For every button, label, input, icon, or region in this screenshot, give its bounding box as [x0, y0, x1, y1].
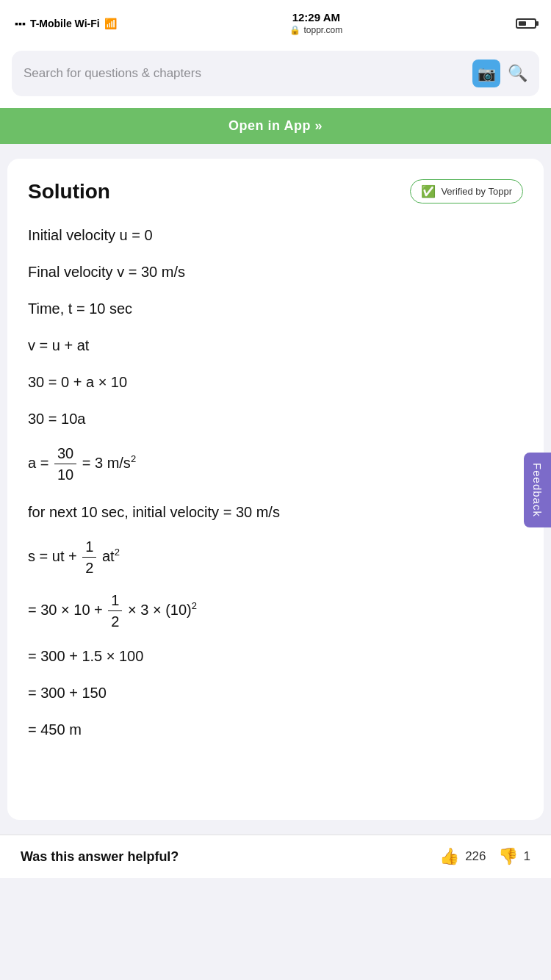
open-app-banner[interactable]: Open in App » — [0, 108, 551, 144]
search-bar[interactable]: Search for questions & chapters 📷 🔍 — [12, 51, 539, 96]
line-time: Time, t = 10 sec — [28, 298, 523, 320]
math-solution: Initial velocity u = 0 Final velocity v … — [28, 224, 523, 741]
thumbs-down-icon: 👎 — [498, 847, 518, 866]
camera-search-button[interactable]: 📷 — [472, 60, 500, 87]
line-s-simplified1: = 300 + 1.5 × 100 — [28, 645, 523, 667]
feedback-label: Feedback — [531, 463, 544, 517]
search-icon[interactable]: 🔍 — [508, 64, 527, 83]
status-left: ▪▪▪ T-Mobile Wi-Fi 📶 — [15, 18, 117, 29]
helpful-question: Was this answer helpful? — [21, 849, 179, 865]
fraction-1-2-b: 1 2 — [108, 591, 122, 630]
line-30-eq: 30 = 0 + a × 10 — [28, 371, 523, 393]
vote-area: 👍 226 👎 1 — [439, 847, 530, 866]
carrier-label: T-Mobile Wi-Fi — [30, 18, 100, 29]
lock-icon: 🔒 — [289, 25, 300, 37]
solution-title: Solution — [28, 180, 110, 203]
search-placeholder: Search for questions & chapters — [24, 66, 465, 81]
time-label: 12:29 AM — [292, 10, 340, 25]
helpful-bar: Was this answer helpful? 👍 226 👎 1 — [0, 835, 551, 878]
fraction-30-10: 30 10 — [54, 444, 76, 483]
signal-icon: ▪▪▪ — [15, 18, 26, 29]
search-area: Search for questions & chapters 📷 🔍 — [0, 42, 551, 108]
camera-icon: 📷 — [478, 65, 496, 82]
solution-header: Solution ✅ Verified by Toppr — [28, 179, 523, 203]
verified-icon: ✅ — [421, 184, 436, 198]
line-final-velocity: Final velocity v = 30 m/s — [28, 261, 523, 283]
status-right — [516, 18, 536, 29]
battery-icon — [516, 18, 536, 29]
line-s-substituted: = 30 × 10 + 1 2 × 3 × (10)2 — [28, 591, 523, 630]
status-bar: ▪▪▪ T-Mobile Wi-Fi 📶 12:29 AM 🔒 toppr.co… — [0, 0, 551, 42]
thumbs-up-count: 226 — [465, 849, 486, 864]
verified-badge: ✅ Verified by Toppr — [410, 179, 523, 203]
line-a-fraction: a = 30 10 = 3 m/s2 — [28, 444, 523, 483]
line-30-10a: 30 = 10a — [28, 408, 523, 430]
line-s-simplified2: = 300 + 150 — [28, 682, 523, 704]
line-s-equation: s = ut + 1 2 at2 — [28, 538, 523, 577]
verified-label: Verified by Toppr — [441, 186, 512, 197]
wifi-icon: 📶 — [104, 18, 117, 29]
url-text: toppr.com — [303, 25, 342, 37]
status-center: 12:29 AM 🔒 toppr.com — [289, 10, 342, 36]
solution-card: Solution ✅ Verified by Toppr Initial vel… — [7, 159, 544, 820]
line-s-result: = 450 m — [28, 718, 523, 741]
thumbs-up-button[interactable]: 👍 226 — [439, 847, 486, 866]
feedback-tab[interactable]: Feedback — [524, 453, 551, 527]
fraction-1-2: 1 2 — [82, 538, 96, 577]
line-next-10sec: for next 10 sec, initial velocity = 30 m… — [28, 501, 523, 523]
thumbs-up-icon: 👍 — [439, 847, 459, 866]
open-app-label: Open in App » — [228, 118, 323, 133]
line-initial-velocity: Initial velocity u = 0 — [28, 224, 523, 246]
thumbs-down-count: 1 — [524, 849, 530, 864]
line-equation-v: v = u + at — [28, 334, 523, 356]
thumbs-down-button[interactable]: 👎 1 — [498, 847, 530, 866]
url-bar: 🔒 toppr.com — [289, 25, 342, 37]
